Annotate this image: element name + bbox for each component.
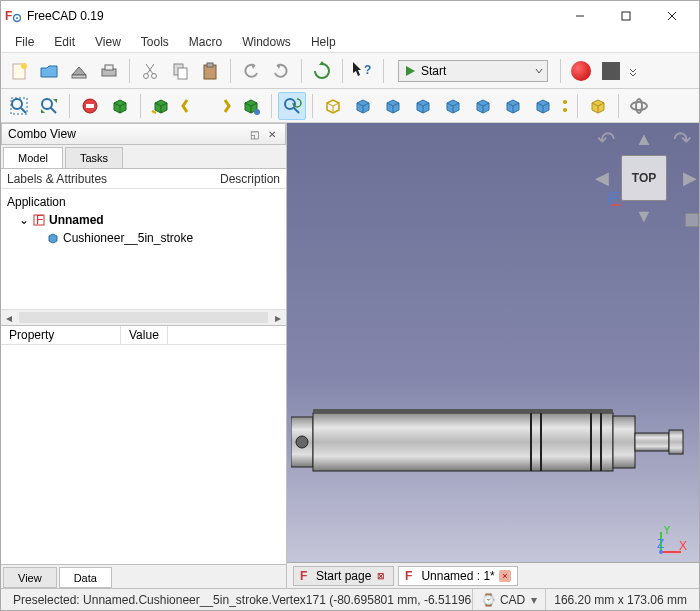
svg-point-42 <box>296 436 308 448</box>
cube-7[interactable] <box>529 92 557 120</box>
btab-view[interactable]: View <box>3 567 57 588</box>
toolbar-view <box>1 89 699 123</box>
svg-line-15 <box>146 64 153 74</box>
menu-view[interactable]: View <box>87 33 129 51</box>
svg-text:F: F <box>36 214 43 226</box>
cut-button[interactable] <box>136 57 164 85</box>
nav-up-icon[interactable]: ▲ <box>635 129 653 150</box>
play-icon <box>403 64 417 78</box>
status-nav-style[interactable]: ⌚ CAD ▾ <box>472 589 545 610</box>
minimize-button[interactable] <box>557 1 603 31</box>
workbench-label: Start <box>421 64 535 78</box>
panel-close-button[interactable]: ✕ <box>265 127 279 141</box>
refresh-button[interactable] <box>308 57 336 85</box>
scroll-left-icon[interactable]: ◂ <box>1 310 17 325</box>
maximize-button[interactable] <box>603 1 649 31</box>
axis-triad: Y X Z <box>657 526 687 556</box>
close-button[interactable] <box>649 1 695 31</box>
combo-tabs: Model Tasks <box>1 145 286 169</box>
measure-button[interactable] <box>559 92 571 120</box>
doc-tab-start[interactable]: F Start page ⊠ <box>293 566 394 586</box>
sync-view-button[interactable] <box>278 92 306 120</box>
draw-style-button[interactable] <box>76 92 104 120</box>
doc-tab-unnamed[interactable]: F Unnamed : 1* × <box>398 566 517 586</box>
rotate-cw-icon[interactable]: ↷ <box>673 127 691 153</box>
cube-6[interactable] <box>499 92 527 120</box>
stop-icon <box>602 62 620 80</box>
macro-record-button[interactable] <box>567 57 595 85</box>
svg-text:X: X <box>679 539 687 553</box>
menu-help[interactable]: Help <box>303 33 344 51</box>
cube-3[interactable] <box>409 92 437 120</box>
toolbar-overflow[interactable] <box>627 57 639 85</box>
print-button[interactable] <box>95 57 123 85</box>
menu-file[interactable]: File <box>7 33 42 51</box>
undock-button[interactable]: ◱ <box>247 127 261 141</box>
svg-line-31 <box>294 108 299 113</box>
cube-5[interactable] <box>469 92 497 120</box>
tree-item-cushioneer[interactable]: Cushioneer__5in_stroke <box>5 229 282 247</box>
nav-cube-face[interactable]: TOP <box>621 155 667 201</box>
tree-header: Labels & Attributes Description <box>1 169 286 189</box>
tab-tasks[interactable]: Tasks <box>65 147 123 168</box>
tree-hscroll[interactable]: ◂ ▸ <box>1 309 286 325</box>
redo-button[interactable] <box>267 57 295 85</box>
cube-2[interactable] <box>379 92 407 120</box>
group-button[interactable] <box>625 92 653 120</box>
rotate-ccw-icon[interactable]: ↶ <box>597 127 615 153</box>
open-button[interactable] <box>35 57 63 85</box>
expand-icon[interactable]: ⌄ <box>19 213 29 227</box>
svg-text:z: z <box>612 191 618 202</box>
paste-button[interactable] <box>196 57 224 85</box>
close-icon[interactable]: ⊠ <box>375 570 387 582</box>
new-button[interactable] <box>5 57 33 85</box>
toolbar-file: ? Start <box>1 53 699 89</box>
rendered-part[interactable] <box>291 405 685 479</box>
property-panel[interactable] <box>1 345 286 564</box>
svg-rect-50 <box>635 433 669 451</box>
model-tree[interactable]: Application ⌄ F Unnamed Cushioneer__5in_… <box>1 189 286 309</box>
property-tabs: View Data <box>1 564 286 588</box>
menu-windows[interactable]: Windows <box>234 33 299 51</box>
svg-point-33 <box>563 108 567 112</box>
tab-model[interactable]: Model <box>3 147 63 168</box>
fit-all-button[interactable] <box>5 92 33 120</box>
menu-macro[interactable]: Macro <box>181 33 230 51</box>
view-top-button[interactable] <box>207 92 235 120</box>
nav-mini-cube[interactable] <box>685 213 699 227</box>
bounding-box-button[interactable] <box>106 92 134 120</box>
scroll-right-icon[interactable]: ▸ <box>270 310 286 325</box>
view-front-button[interactable] <box>177 92 205 120</box>
whatsthis-button[interactable]: ? <box>349 57 377 85</box>
app-icon: F <box>5 8 21 24</box>
save-button[interactable] <box>65 57 93 85</box>
svg-text:F: F <box>300 570 307 582</box>
part-button[interactable] <box>584 92 612 120</box>
close-icon[interactable]: × <box>499 570 511 582</box>
undo-button[interactable] <box>237 57 265 85</box>
fit-selection-button[interactable] <box>35 92 63 120</box>
macro-stop-button[interactable] <box>597 57 625 85</box>
tree-application[interactable]: Application <box>5 193 282 211</box>
part-icon <box>47 232 59 244</box>
btab-data[interactable]: Data <box>59 567 112 588</box>
copy-button[interactable] <box>166 57 194 85</box>
menu-edit[interactable]: Edit <box>46 33 83 51</box>
nav-down-icon[interactable]: ▼ <box>635 206 653 227</box>
3d-viewport[interactable]: ↶ ↷ ▲ ▼ ◀ ▶ TOP z <box>287 123 699 588</box>
svg-text:?: ? <box>364 63 371 77</box>
menu-tools[interactable]: Tools <box>133 33 177 51</box>
nav-right-icon[interactable]: ▶ <box>683 167 697 189</box>
view-iso-button[interactable] <box>319 92 347 120</box>
nav-cube[interactable]: ↶ ↷ ▲ ▼ ◀ ▶ TOP z <box>599 133 689 223</box>
workbench-selector[interactable]: Start <box>398 60 548 82</box>
nav-left-icon[interactable]: ◀ <box>595 167 609 189</box>
cube-1[interactable] <box>349 92 377 120</box>
isometric-button[interactable] <box>147 92 175 120</box>
cube-4[interactable] <box>439 92 467 120</box>
view-right-button[interactable] <box>237 92 265 120</box>
scroll-thumb[interactable] <box>19 312 268 323</box>
tree-document[interactable]: ⌄ F Unnamed <box>5 211 282 229</box>
value-col: Value <box>121 326 168 344</box>
svg-point-13 <box>152 73 157 78</box>
